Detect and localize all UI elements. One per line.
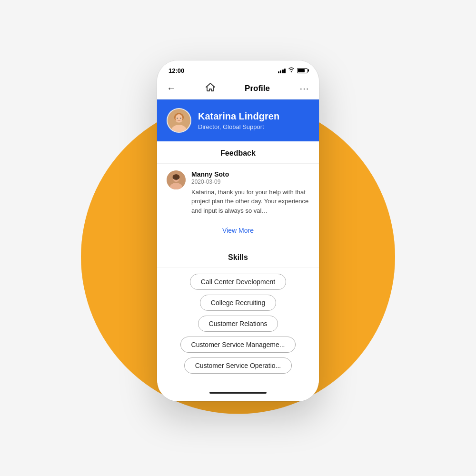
profile-job-title: Director, Global Support — [198, 123, 309, 130]
nav-bar: ← Profile ⋯ — [157, 78, 319, 99]
skill-tag[interactable]: Customer Service Operatio... — [184, 357, 292, 374]
skills-list: Call Center DevelopmentCollege Recruitin… — [157, 268, 319, 383]
avatar — [167, 108, 191, 133]
phone-frame: 12:00 — [157, 60, 319, 402]
feedback-content: Manny Soto 2020-03-09 Katarina, thank yo… — [191, 170, 309, 216]
feedback-avatar — [167, 170, 186, 189]
skill-tag[interactable]: College Recruiting — [200, 295, 276, 311]
feedback-author: Manny Soto — [191, 170, 309, 178]
svg-point-6 — [177, 118, 178, 119]
status-icons — [278, 67, 308, 74]
feedback-text: Katarina, thank you for your help with t… — [191, 188, 309, 216]
skill-tag[interactable]: Customer Service Manageme... — [180, 337, 296, 353]
scene: 12:00 — [0, 0, 476, 476]
svg-point-7 — [180, 118, 181, 119]
svg-point-12 — [174, 178, 175, 178]
back-button[interactable]: ← — [167, 83, 176, 94]
svg-point-10 — [173, 174, 180, 180]
skill-tag[interactable]: Call Center Development — [190, 274, 286, 290]
home-button[interactable] — [206, 83, 215, 94]
battery-icon — [297, 68, 307, 73]
skill-tag[interactable]: Customer Relations — [198, 316, 278, 332]
home-indicator — [157, 387, 319, 401]
feedback-section-title: Feedback — [157, 141, 319, 164]
svg-point-13 — [177, 178, 178, 178]
feedback-item: Manny Soto 2020-03-09 Katarina, thank yo… — [157, 164, 319, 222]
page-title: Profile — [245, 84, 270, 93]
home-bar — [209, 392, 267, 394]
profile-name: Katarina Lindgren — [198, 110, 309, 122]
more-button[interactable]: ⋯ — [299, 83, 309, 94]
view-more-button[interactable]: View More — [157, 222, 319, 242]
skills-section: Skills Call Center DevelopmentCollege Re… — [157, 246, 319, 383]
feedback-date: 2020-03-09 — [191, 178, 309, 185]
phone-body: 12:00 — [157, 60, 319, 402]
status-time: 12:00 — [169, 67, 184, 74]
profile-info: Katarina Lindgren Director, Global Suppo… — [198, 110, 309, 130]
wifi-icon — [288, 67, 295, 74]
status-bar: 12:00 — [157, 60, 319, 78]
feedback-section: Feedback Manny — [157, 141, 319, 242]
profile-header: Katarina Lindgren Director, Global Suppo… — [157, 99, 319, 141]
skills-section-title: Skills — [157, 246, 319, 268]
signal-icon — [278, 68, 286, 73]
